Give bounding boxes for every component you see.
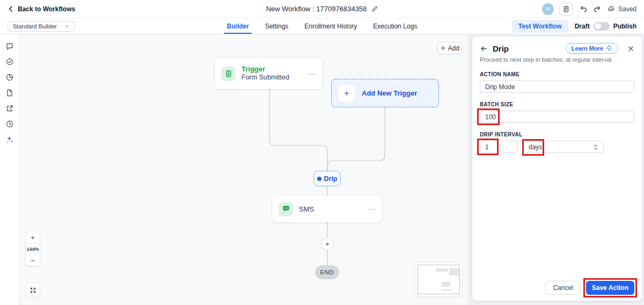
redo-button[interactable] bbox=[593, 4, 602, 13]
drip-interval-input[interactable] bbox=[480, 141, 518, 153]
minimap-viewport bbox=[418, 265, 460, 294]
clipboard-notes-icon bbox=[562, 5, 570, 13]
lightbulb-icon bbox=[606, 45, 612, 52]
close-panel-button[interactable] bbox=[627, 45, 634, 52]
zoom-level: 144% bbox=[26, 243, 40, 255]
undo-button[interactable] bbox=[579, 4, 588, 13]
builder-toolbar: Standard Builder Builder Settings Enroll… bbox=[0, 18, 644, 34]
batch-size-input[interactable] bbox=[480, 111, 634, 123]
drip-node[interactable]: Drip bbox=[313, 171, 341, 186]
drip-interval-unit-value: days bbox=[529, 143, 542, 151]
tab-execution-logs[interactable]: Execution Logs bbox=[373, 18, 417, 34]
tab-bar: Builder Settings Enrollment History Exec… bbox=[227, 18, 418, 34]
action-name-label: ACTION NAME bbox=[480, 71, 634, 77]
learn-more-label: Learn More bbox=[572, 45, 603, 52]
header-actions: IC Saved bbox=[542, 3, 636, 16]
stepper-icon[interactable] bbox=[593, 144, 598, 150]
plus-icon bbox=[440, 45, 446, 51]
tab-builder[interactable]: Builder bbox=[227, 18, 249, 34]
panel-footer: Cancel Save Action bbox=[545, 281, 634, 295]
add-new-trigger-button[interactable]: + Add New Trigger bbox=[331, 79, 439, 107]
cancel-button[interactable]: Cancel bbox=[545, 281, 580, 295]
sms-node-menu[interactable]: ⋯ bbox=[368, 205, 376, 213]
avatar[interactable]: IC bbox=[542, 3, 554, 15]
panel-header: Drip Learn More bbox=[480, 43, 634, 54]
panel-description: Proceed to next step in batches, at regu… bbox=[480, 56, 634, 63]
back-arrow-icon[interactable] bbox=[480, 45, 488, 53]
app-header: Back to Workflows New Workflow : 1770976… bbox=[0, 0, 644, 18]
workflow-title-group: New Workflow : 1770976834358 bbox=[266, 5, 378, 13]
fullscreen-button[interactable] bbox=[25, 282, 40, 297]
builder-mode-dropdown[interactable]: Standard Builder bbox=[8, 21, 75, 32]
history-icon[interactable] bbox=[5, 120, 14, 128]
batch-size-label: BATCH SIZE bbox=[480, 101, 634, 107]
pie-chart-icon[interactable] bbox=[5, 73, 14, 82]
toggle-knob bbox=[595, 23, 601, 30]
trigger-node-texts: Trigger Form Submitted bbox=[241, 65, 289, 82]
minimap-node bbox=[436, 268, 448, 272]
zoom-in-button[interactable]: + bbox=[26, 232, 40, 243]
drip-node-label: Drip bbox=[324, 175, 338, 183]
ai-sparkles-icon[interactable] bbox=[5, 135, 14, 144]
chevron-left-icon bbox=[8, 5, 14, 12]
trigger-node-title: Trigger bbox=[241, 65, 289, 74]
cloud-check-icon bbox=[608, 5, 616, 13]
minimap-node bbox=[449, 268, 459, 275]
tab-settings[interactable]: Settings bbox=[265, 18, 288, 34]
save-status: Saved bbox=[608, 5, 636, 13]
action-name-input[interactable] bbox=[480, 81, 634, 93]
batch-size-field: BATCH SIZE bbox=[480, 101, 634, 123]
check-circle-icon[interactable] bbox=[5, 57, 14, 66]
saved-label: Saved bbox=[618, 5, 636, 13]
publish-label: Publish bbox=[613, 23, 636, 30]
canvas-add-button[interactable]: Add bbox=[437, 42, 462, 54]
drip-interval-unit-select[interactable]: days bbox=[523, 141, 604, 153]
action-name-field: ACTION NAME bbox=[480, 71, 634, 93]
main-area: Add Trigger Form Submitted ⋯ + Add New T… bbox=[0, 34, 644, 305]
add-new-trigger-label: Add New Trigger bbox=[362, 89, 417, 97]
back-to-workflows-button[interactable]: Back to Workflows bbox=[8, 5, 75, 13]
tab-enrollment-history[interactable]: Enrollment History bbox=[304, 18, 357, 34]
publish-toggle[interactable] bbox=[594, 22, 610, 31]
learn-more-button[interactable]: Learn More bbox=[566, 43, 618, 54]
drip-interval-label: DRIP INTERVAL bbox=[480, 132, 634, 137]
draft-label: Draft bbox=[575, 23, 590, 30]
trigger-clipboard-icon bbox=[221, 67, 236, 81]
publish-control: Draft Publish bbox=[575, 22, 636, 31]
zoom-out-button[interactable]: − bbox=[26, 255, 40, 266]
left-icon-rail bbox=[0, 34, 19, 305]
canvas-add-label: Add bbox=[448, 45, 459, 52]
workflow-canvas[interactable]: Add Trigger Form Submitted ⋯ + Add New T… bbox=[19, 34, 468, 305]
external-link-icon[interactable] bbox=[5, 104, 14, 113]
back-label: Back to Workflows bbox=[18, 5, 75, 13]
trigger-node-subtitle: Form Submitted bbox=[241, 74, 289, 82]
comment-icon[interactable] bbox=[5, 42, 14, 50]
drip-settings-panel: Drip Learn More Proceed to next step in … bbox=[472, 37, 642, 301]
file-icon[interactable] bbox=[5, 89, 14, 97]
plus-icon: + bbox=[338, 85, 355, 102]
panel-title: Drip bbox=[493, 44, 509, 53]
workflow-title: New Workflow : 1770976834358 bbox=[266, 5, 367, 13]
minimap[interactable] bbox=[415, 262, 463, 297]
sms-node[interactable]: SMS ⋯ bbox=[272, 195, 382, 222]
edit-title-pencil-icon[interactable] bbox=[371, 5, 378, 12]
test-workflow-button[interactable]: Test Workflow bbox=[512, 20, 568, 33]
save-action-button[interactable]: Save Action bbox=[586, 281, 634, 295]
minimap-node bbox=[442, 289, 451, 291]
end-node: END bbox=[315, 265, 339, 279]
zoom-controls: + 144% − bbox=[25, 231, 40, 266]
expand-icon bbox=[30, 287, 36, 294]
drip-interval-field: DRIP INTERVAL days bbox=[480, 132, 634, 153]
notes-button[interactable] bbox=[559, 3, 573, 16]
minimap-node bbox=[442, 282, 450, 287]
sms-chat-icon bbox=[279, 202, 293, 216]
trigger-node[interactable]: Trigger Form Submitted ⋯ bbox=[215, 58, 323, 89]
drip-dot-icon bbox=[317, 177, 321, 181]
builder-mode-value: Standard Builder bbox=[13, 23, 57, 30]
chevron-down-icon bbox=[64, 24, 70, 29]
toolbar-right: Test Workflow Draft Publish bbox=[512, 20, 636, 33]
sms-node-label: SMS bbox=[299, 205, 314, 213]
trigger-node-menu[interactable]: ⋯ bbox=[309, 70, 316, 78]
add-step-button[interactable]: + bbox=[321, 237, 334, 250]
